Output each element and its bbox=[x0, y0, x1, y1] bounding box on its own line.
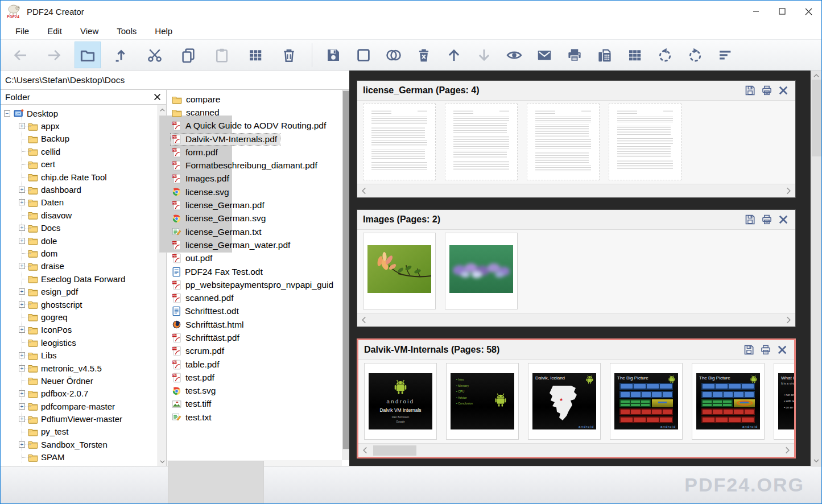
file-item-license-german-txt[interactable]: license_German.txt bbox=[171, 225, 342, 238]
tree-item-partial[interactable] bbox=[1, 464, 158, 466]
file-item-scrum-pdf[interactable]: PDFscrum.pdf bbox=[171, 345, 342, 358]
tree-item-libs[interactable]: +Libs bbox=[1, 349, 158, 361]
page-thumbnail-4[interactable]: The Big Pictureandroid bbox=[610, 363, 683, 440]
thumbnails-scrollbar[interactable] bbox=[358, 443, 794, 457]
preview-vertical-scrollbar[interactable] bbox=[810, 71, 821, 466]
thumbnails-scrollbar[interactable] bbox=[357, 184, 795, 197]
file-item-table-pdf[interactable]: PDFtable.pdf bbox=[171, 358, 342, 371]
file-item-images-pdf[interactable]: PDFImages.pdf bbox=[171, 172, 342, 185]
page-thumbnail-3[interactable] bbox=[527, 104, 600, 180]
expand-toggle-expand-icon[interactable]: + bbox=[19, 225, 25, 231]
tree-item-appx[interactable]: +appx bbox=[1, 119, 158, 132]
file-item-schrifttest-odt[interactable]: Schrifttest.odt bbox=[171, 305, 342, 318]
scroll-left-icon[interactable] bbox=[362, 447, 367, 454]
toolbar-join-documents-button[interactable] bbox=[382, 42, 406, 68]
tree-item-spam[interactable]: SPAM bbox=[1, 451, 158, 464]
file-item-test-svg[interactable]: test.svg bbox=[171, 385, 342, 398]
file-item-pdf24-fax-test-odt[interactable]: PDF24 Fax Test.odt bbox=[171, 265, 342, 278]
tree-item-eseclog-data-forward[interactable]: Eseclog Data Forward bbox=[1, 272, 158, 285]
tree-item-pdfbox-2-0-7[interactable]: +pdfbox-2.0.7 bbox=[1, 387, 158, 400]
document-print-button[interactable] bbox=[761, 84, 773, 97]
toolbar-open-folder-button[interactable] bbox=[75, 42, 101, 68]
tree-item-cellid[interactable]: cellid bbox=[1, 145, 158, 158]
tree-item-pdfiumviewer-master[interactable]: +PdfiumViewer-master bbox=[1, 412, 158, 425]
document-print-button[interactable] bbox=[759, 344, 772, 356]
page-thumbnail-2[interactable] bbox=[445, 233, 518, 309]
scroll-right-icon[interactable] bbox=[785, 447, 790, 454]
scroll-right-icon[interactable] bbox=[786, 187, 791, 195]
toolbar-copy-button[interactable] bbox=[175, 42, 201, 68]
file-list-hscroll-thumb[interactable] bbox=[168, 461, 264, 504]
tree-item-disavow[interactable]: disavow bbox=[1, 209, 158, 221]
toolbar-rotate-left-button[interactable] bbox=[653, 42, 677, 68]
toolbar-preview-eye-button[interactable] bbox=[502, 42, 526, 68]
tree-item-leogistics[interactable]: leogistics bbox=[1, 336, 158, 349]
expand-toggle-collapse-icon[interactable]: − bbox=[4, 110, 10, 117]
file-item-test-txt[interactable]: test.txt bbox=[171, 411, 342, 424]
thumbnails-scrollbar[interactable] bbox=[357, 313, 795, 327]
preview-vscroll-thumb[interactable] bbox=[812, 80, 822, 156]
tree-item-gogreq[interactable]: gogreq bbox=[1, 311, 158, 323]
scroll-up-icon[interactable] bbox=[158, 106, 166, 114]
toolbar-move-up-button[interactable] bbox=[442, 42, 466, 68]
maximize-button[interactable] bbox=[769, 1, 795, 22]
tree-item-pdfcompare-master[interactable]: +pdfcompare-master bbox=[1, 400, 158, 412]
toolbar-import-upload-button[interactable] bbox=[108, 42, 134, 68]
tree-item-backup[interactable]: Backup bbox=[1, 133, 158, 145]
toolbar-rotate-right-button[interactable] bbox=[683, 42, 707, 68]
document-close-button[interactable] bbox=[777, 213, 790, 226]
expand-toggle-expand-icon[interactable]: + bbox=[19, 327, 25, 333]
file-item-license-german-svg[interactable]: license_German.svg bbox=[171, 212, 342, 225]
scroll-down-icon[interactable] bbox=[158, 457, 166, 465]
expand-toggle-expand-icon[interactable]: + bbox=[19, 123, 25, 129]
expand-toggle-expand-icon[interactable]: + bbox=[19, 390, 25, 396]
document-close-button[interactable] bbox=[777, 84, 790, 97]
tree-item-sandbox-torsten[interactable]: +Sandbox_Torsten bbox=[1, 438, 158, 451]
document-print-button[interactable] bbox=[761, 213, 773, 226]
file-item-a-quick-guide-to-aodv-routing-pdf[interactable]: PDFA Quick Guide to AODV Routing.pdf bbox=[171, 119, 342, 133]
document-group-license-german[interactable]: license_German (Pages: 4) bbox=[357, 80, 796, 198]
file-item-scanned-pdf[interactable]: PDFscanned.pdf bbox=[171, 291, 342, 304]
toolbar-print-button[interactable] bbox=[563, 42, 586, 68]
file-item-license-german-water-pdf[interactable]: PDFlicense_German_water.pdf bbox=[171, 238, 342, 251]
file-item-pp-websitepaymentspro-nvpapi-guid[interactable]: PDFpp_websitepaymentspro_nvpapi_guid bbox=[171, 278, 342, 291]
toolbar-sort-lines-button[interactable] bbox=[713, 42, 737, 68]
tree-item-iconpos[interactable]: +IconPos bbox=[1, 324, 158, 336]
tree-item-ghostscript[interactable]: +ghostscript bbox=[1, 298, 158, 311]
scroll-right-icon[interactable] bbox=[786, 316, 791, 324]
tree-item-dom[interactable]: dom bbox=[1, 247, 158, 259]
document-save-button[interactable] bbox=[743, 344, 755, 356]
close-button[interactable] bbox=[795, 1, 821, 22]
expand-toggle-expand-icon[interactable]: + bbox=[19, 187, 25, 193]
tree-item-dashboard[interactable]: +dashboard bbox=[1, 183, 158, 196]
toolbar-delete-button[interactable] bbox=[276, 42, 302, 68]
toolbar-tile-all-button[interactable] bbox=[623, 42, 647, 68]
page-thumbnail-4[interactable] bbox=[609, 104, 681, 180]
menu-file[interactable]: File bbox=[6, 26, 38, 36]
file-item-license-svg[interactable]: license.svg bbox=[171, 185, 342, 199]
document-save-button[interactable] bbox=[744, 213, 757, 226]
toolbar-save-button[interactable] bbox=[321, 42, 345, 68]
file-list-horizontal-scrollbar[interactable] bbox=[167, 460, 342, 466]
file-item-test-pdf[interactable]: PDFtest.pdf bbox=[171, 371, 342, 384]
page-thumbnail-1[interactable]: androidDalvik VM InternalsDan BornsteinG… bbox=[364, 363, 437, 440]
tree-item-metronic-v4-5-5[interactable]: +metronic_v4.5.5 bbox=[1, 362, 158, 374]
tree-item-cert[interactable]: cert bbox=[1, 158, 158, 171]
expand-toggle-expand-icon[interactable]: + bbox=[19, 301, 25, 308]
file-item-formatbeschreibung-diamant-pdf[interactable]: PDFFormatbeschreibung_diamant.pdf bbox=[171, 159, 342, 172]
page-thumbnail-1[interactable] bbox=[363, 104, 436, 180]
tree-item-daten[interactable]: +Daten bbox=[1, 196, 158, 209]
scroll-left-icon[interactable] bbox=[361, 187, 366, 195]
tree-item-esign-pdf[interactable]: +esign_pdf bbox=[1, 285, 158, 298]
tree-item-draise[interactable]: +draise bbox=[1, 260, 158, 272]
tree-item-desktop[interactable]: −Desktop bbox=[1, 107, 158, 119]
toolbar-delete-all-button[interactable] bbox=[412, 42, 436, 68]
toolbar-page-frame-button[interactable] bbox=[352, 42, 375, 68]
file-list-vertical-scrollbar[interactable] bbox=[342, 90, 349, 460]
tree-item-chip-de-rate-tool[interactable]: chip.de Rate Tool bbox=[1, 171, 158, 183]
close-folder-panel-icon[interactable] bbox=[152, 93, 162, 102]
tree-item-docs[interactable]: +Docs bbox=[1, 222, 158, 234]
tree-scrollbar[interactable] bbox=[158, 105, 166, 466]
scroll-up-icon[interactable] bbox=[811, 72, 821, 80]
toolbar-fax-button[interactable] bbox=[593, 42, 617, 68]
